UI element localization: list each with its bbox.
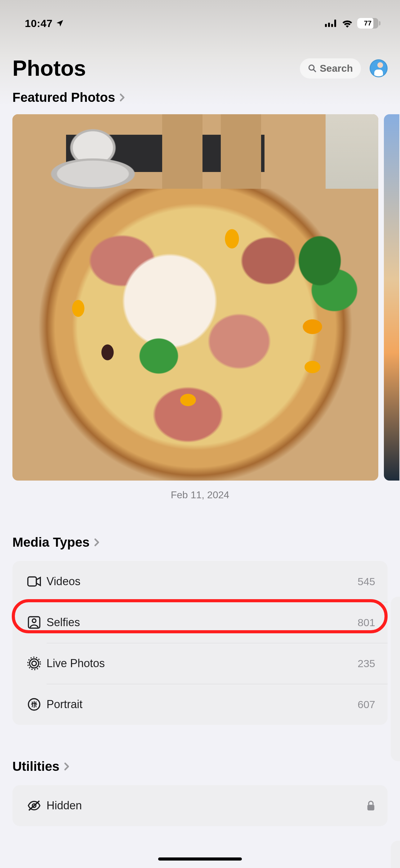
status-time: 10:47 <box>25 18 53 30</box>
svg-rect-6 <box>28 577 37 586</box>
featured-photos-header[interactable]: Featured Photos <box>0 81 400 111</box>
media-type-label: Portrait <box>46 698 358 711</box>
svg-rect-1 <box>328 23 330 27</box>
featured-photo-date: Feb 11, 2024 <box>0 480 400 501</box>
live-photo-icon <box>27 657 41 670</box>
battery-percentage: 77 <box>364 19 371 27</box>
status-right: 77 <box>325 18 378 29</box>
svg-point-9 <box>32 661 37 666</box>
svg-point-10 <box>29 659 38 668</box>
page-title: Photos <box>12 56 86 81</box>
chevron-right-icon <box>92 538 101 547</box>
utilities-list: Hidden <box>12 785 388 826</box>
media-type-videos[interactable]: Videos 545 <box>12 561 388 602</box>
featured-photos-title: Featured Photos <box>12 90 115 105</box>
media-types-title: Media Types <box>12 535 90 550</box>
utilities-title: Utilities <box>12 759 60 774</box>
svg-rect-3 <box>334 20 336 27</box>
status-bar: 10:47 77 <box>0 0 400 40</box>
svg-rect-2 <box>331 24 333 27</box>
svg-rect-0 <box>325 24 327 27</box>
home-indicator[interactable] <box>158 858 242 861</box>
media-type-count: 607 <box>358 699 375 711</box>
svg-point-4 <box>309 65 314 70</box>
featured-carousel[interactable] <box>0 111 400 480</box>
search-icon <box>308 64 316 73</box>
utilities-header[interactable]: Utilities <box>0 725 400 780</box>
media-type-count: 545 <box>358 576 375 588</box>
search-button[interactable]: Search <box>300 58 361 79</box>
profile-avatar[interactable] <box>370 59 388 77</box>
hidden-eye-slash-icon <box>27 799 41 812</box>
media-type-label: Live Photos <box>46 657 358 670</box>
status-left: 10:47 <box>25 18 64 30</box>
svg-rect-15 <box>367 805 374 810</box>
lock-icon <box>367 800 375 811</box>
media-type-count: 235 <box>358 657 375 670</box>
media-type-portrait[interactable]: Portrait 607 <box>12 684 388 725</box>
media-type-count: 801 <box>358 617 375 629</box>
portrait-aperture-icon <box>27 698 41 711</box>
location-services-icon <box>56 19 64 28</box>
utility-label: Hidden <box>46 799 367 812</box>
featured-photo-card[interactable] <box>12 114 378 480</box>
title-row: Photos Search <box>0 40 400 81</box>
utility-hidden[interactable]: Hidden <box>12 785 388 826</box>
featured-photo-peek[interactable] <box>384 114 399 480</box>
search-label: Search <box>320 63 353 74</box>
media-types-list: Videos 545 Selfies 801 Live Photos 235 P… <box>12 561 388 725</box>
media-type-label: Videos <box>46 575 358 588</box>
cellular-signal-icon <box>325 19 337 28</box>
media-types-header[interactable]: Media Types <box>0 501 400 556</box>
media-type-live-photos[interactable]: Live Photos 235 <box>12 643 388 684</box>
media-type-label: Selfies <box>46 616 358 629</box>
battery-indicator: 77 <box>357 18 378 29</box>
chevron-right-icon <box>62 762 71 771</box>
wifi-icon <box>342 19 353 28</box>
svg-line-5 <box>313 69 316 72</box>
chevron-right-icon <box>118 93 127 102</box>
media-type-selfies[interactable]: Selfies 801 <box>12 602 388 643</box>
selfie-icon <box>27 616 41 629</box>
video-icon <box>27 575 41 588</box>
svg-point-8 <box>32 619 36 623</box>
utilities-card-peek <box>391 841 400 868</box>
